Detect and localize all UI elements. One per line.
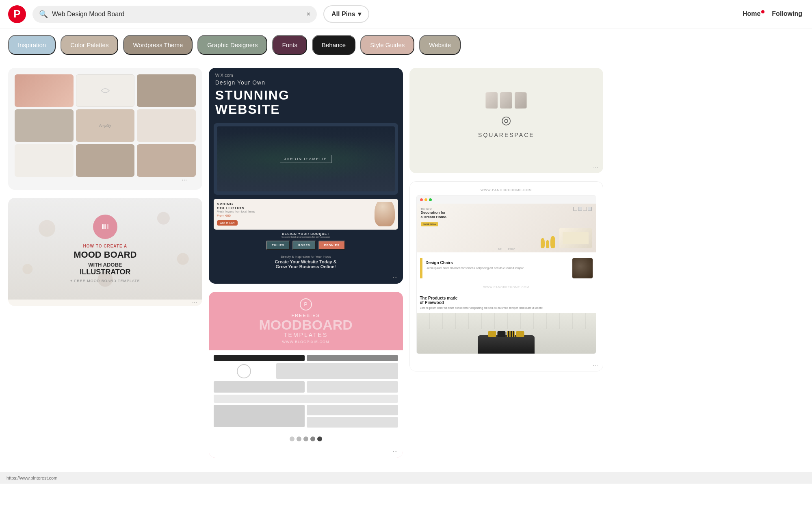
squarespace-preview: ◎ SQUARESPACE: [409, 68, 604, 163]
blog-url: WWW.BLOGPIXIE.COM: [215, 340, 396, 344]
tulips-button[interactable]: TULIPS: [266, 241, 290, 250]
search-icon: 🔍: [39, 10, 48, 19]
roses-button[interactable]: ROSES: [292, 241, 316, 250]
site-url-top: WWW.PANOBREHOME.COM: [416, 188, 597, 192]
filter-color-palettes[interactable]: Color Palettes: [61, 35, 118, 55]
browser-minimize-dot: [424, 198, 427, 201]
browser-content: JARDIN D'AMÉLIE: [217, 126, 395, 191]
pin-how-to-create[interactable]: HOW TO CREATE A MOOD BOARD WITH ADOBE IL…: [8, 198, 202, 306]
design-chairs-section: Design Chairs Lorem ipsum dolor sit amet…: [417, 252, 596, 284]
pin-wix-dark[interactable]: WiX.com Design Your Own STUNNINGWEBSITE …: [209, 68, 403, 284]
chevron-down-icon: ▾: [358, 10, 361, 18]
spring-title: SPRINGCOLLECTION: [217, 202, 395, 210]
nav-following[interactable]: Following: [770, 7, 804, 21]
squarespace-logo-icon: ◎: [501, 113, 511, 127]
wix-main-title: STUNNINGWEBSITE: [209, 88, 403, 123]
templates-subtitle: TEMPLATES: [215, 332, 396, 338]
svg-rect-1: [104, 224, 106, 229]
spring-collection-section: SPRINGCOLLECTION Fresh flowers from loca…: [214, 199, 398, 230]
pin-pink-moodboard[interactable]: P FREEBIES MOODBOARD TEMPLATES WWW.BLOGP…: [209, 292, 403, 458]
chair-image: [572, 258, 593, 278]
dot-1: [290, 436, 294, 441]
pins-grid: Amplify ··· HOW TO CREATE A MOOD BOARD W…: [0, 61, 812, 472]
vase-2: [546, 240, 549, 248]
filter-bar: Inspiration Color Palettes Wordpress The…: [0, 28, 812, 61]
section1-text: Lorem ipsum dolor sit amet consectetur a…: [426, 266, 524, 270]
footer-sub: Beauty & Inspiration for Your Inbox: [211, 255, 401, 258]
filter-wordpress[interactable]: Wordpress Theme: [123, 35, 193, 55]
filter-inspiration[interactable]: Inspiration: [8, 35, 56, 55]
floral-background: [8, 198, 202, 300]
pin-options-icon[interactable]: ···: [593, 164, 598, 172]
filter-website[interactable]: Website: [419, 35, 461, 55]
pin-interior-design[interactable]: WWW.PANOBREHOME.COM The best Decoration …: [409, 181, 604, 371]
nav-home[interactable]: Home: [741, 7, 766, 21]
moodboard-title: MOODBOARD: [215, 318, 396, 332]
free-template-note: + FREE MOOD BOARD TEMPLATE: [70, 279, 140, 283]
vase-3: [550, 236, 555, 248]
status-bar: https://www.pinterest.com: [0, 472, 812, 484]
bouquet-section: DESIGN YOUR BOUQUET Custom floral arrang…: [214, 232, 398, 250]
wix-url: WiX.com: [209, 68, 403, 79]
section1-title: Design Chairs: [426, 261, 524, 265]
bouquet-title: DESIGN YOUR BOUQUET: [214, 232, 398, 236]
pin-options-icon[interactable]: ···: [392, 274, 398, 281]
pinterest-logo[interactable]: P: [8, 5, 26, 23]
pin-options-icon[interactable]: ···: [192, 299, 197, 306]
wix-browser-preview: JARDIN D'AMÉLIE: [214, 123, 398, 195]
template-pagination: [209, 432, 403, 445]
decorative-vases: [541, 236, 555, 248]
with-adobe-text: WITH ADOBE: [88, 262, 122, 268]
search-input[interactable]: [52, 11, 303, 18]
nav-links: Home Following: [741, 7, 804, 21]
pin-options-icon[interactable]: ···: [593, 362, 598, 369]
filter-behance[interactable]: Behance: [312, 35, 355, 55]
pin-options-icon[interactable]: ···: [178, 174, 191, 187]
wix-footer: Beauty & Inspiration for Your Inbox Crea…: [209, 252, 403, 271]
bouquet-buttons: TULIPS ROSES PEONIES: [214, 241, 398, 250]
pin-mood-grid[interactable]: Amplify ···: [8, 68, 202, 190]
vase-1: [541, 238, 545, 248]
svg-rect-2: [107, 224, 108, 229]
squarespace-brand-name: SQUARESPACE: [478, 132, 535, 138]
pin-squarespace[interactable]: ◎ SQUARESPACE ···: [409, 68, 604, 173]
filter-fonts[interactable]: Fonts: [272, 35, 307, 55]
dot-2: [297, 436, 301, 441]
bouquet-sub: Custom floral arrangements for any occas…: [214, 236, 398, 238]
mood-cell-6: [137, 109, 196, 142]
wix-subtitle: Design Your Own: [209, 79, 403, 88]
home-notification-dot: [761, 10, 764, 13]
hero-section: The best Decoration fora Dream Home. SHO…: [417, 204, 596, 252]
footer-main: Create Your Website Today &Grow Your Bus…: [211, 259, 401, 269]
section2-title: The Products madeof Pinewood: [420, 296, 593, 305]
template-preview: [209, 350, 403, 432]
filter-style-guides[interactable]: Style Guides: [360, 35, 414, 55]
browser-bar: [417, 195, 596, 204]
mood-cell-7: [15, 144, 74, 177]
dot-3: [303, 436, 308, 441]
mood-cell-8: [76, 144, 135, 177]
adobe-icon: [93, 215, 117, 239]
yellow-accent: [420, 258, 422, 278]
how-to-label: HOW TO CREATE A: [83, 244, 128, 248]
dot-5: [317, 436, 322, 441]
all-pins-button[interactable]: All Pins ▾: [323, 5, 369, 23]
shop-now-button[interactable]: SHOP NOW: [421, 222, 438, 226]
pink-header: P FREEBIES MOODBOARD TEMPLATES WWW.BLOGP…: [209, 292, 403, 350]
search-bar: 🔍 ×: [32, 6, 317, 23]
filter-graphic-designers[interactable]: Graphic Designers: [197, 35, 267, 55]
mood-cell-5: Amplify: [76, 109, 135, 142]
mood-board-title: MOOD BOARD: [74, 250, 136, 260]
mood-grid-preview: Amplify: [15, 74, 196, 177]
pin-options-icon[interactable]: ···: [392, 448, 398, 455]
section2-text: Lorem ipsum dolor sit amet consectetur a…: [420, 306, 593, 310]
spring-sub: Fresh flowers from local farms: [217, 210, 395, 213]
blogpixie-logo: P: [300, 298, 312, 311]
peonies-button[interactable]: PEONIES: [318, 241, 345, 250]
add-to-cart-button[interactable]: Add to Cart: [217, 220, 238, 226]
mood-cell-3: [137, 74, 196, 107]
hero-small-text: The best: [421, 208, 448, 211]
clear-icon[interactable]: ×: [307, 11, 310, 18]
pinewood-section: The Products madeof Pinewood Lorem ipsum…: [417, 290, 596, 313]
mood-cell-4: [15, 109, 74, 142]
